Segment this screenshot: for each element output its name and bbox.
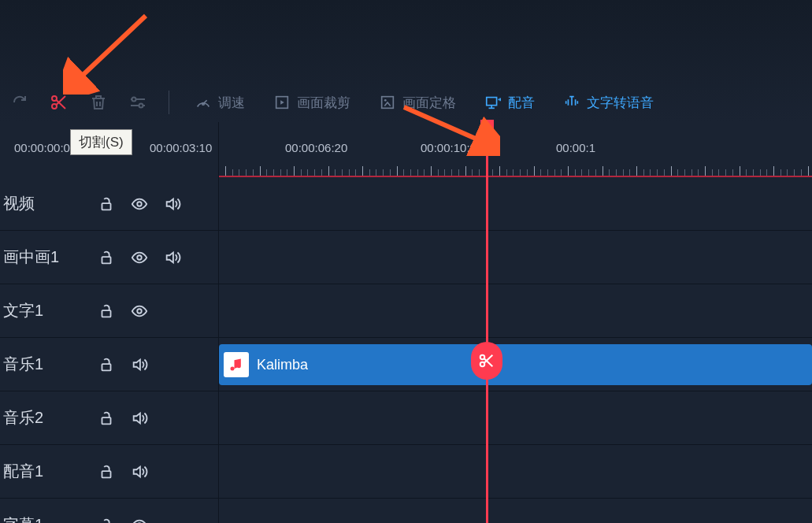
track-name: 配音1 bbox=[3, 461, 90, 482]
svg-rect-17 bbox=[102, 364, 111, 370]
timeline-track-row[interactable] bbox=[219, 391, 812, 445]
audio-clip[interactable]: Kalimba bbox=[219, 344, 812, 385]
track-label-row: 画中画1 bbox=[0, 231, 218, 284]
crop-button[interactable]: 画面裁剪 bbox=[259, 84, 365, 121]
track-name: 音乐1 bbox=[3, 354, 90, 375]
timeline-track-row[interactable] bbox=[219, 499, 812, 523]
sound-icon[interactable] bbox=[156, 241, 189, 274]
svg-rect-11 bbox=[102, 203, 111, 210]
timeline-body: 00:00:00:0000:00:03:1000:00:06:2000:00:1… bbox=[0, 122, 812, 523]
delete-button[interactable] bbox=[79, 84, 118, 121]
eye-icon[interactable] bbox=[123, 295, 156, 328]
tts-button[interactable]: 文字转语音 bbox=[549, 84, 668, 121]
cut-button[interactable] bbox=[39, 84, 79, 121]
svg-rect-13 bbox=[102, 257, 111, 263]
svg-rect-19 bbox=[102, 471, 111, 477]
timeline-track-row[interactable] bbox=[219, 177, 812, 231]
timeline-ruler[interactable] bbox=[219, 122, 812, 177]
eye-icon[interactable] bbox=[123, 187, 156, 221]
svg-point-0 bbox=[52, 96, 57, 101]
svg-point-1 bbox=[52, 104, 57, 109]
music-note-icon bbox=[224, 352, 249, 377]
crop-label: 画面裁剪 bbox=[297, 94, 350, 112]
voiceover-button[interactable]: 配音 bbox=[470, 84, 549, 121]
clip-title: Kalimba bbox=[257, 357, 308, 373]
track-label-row: 文字1 bbox=[0, 284, 218, 338]
freeze-label: 画面定格 bbox=[402, 94, 456, 112]
svg-point-23 bbox=[480, 362, 485, 367]
track-name: 文字1 bbox=[3, 300, 90, 321]
svg-point-2 bbox=[132, 98, 136, 102]
redo-button[interactable] bbox=[0, 84, 39, 121]
ruler-ticks bbox=[219, 166, 812, 176]
cut-tooltip: 切割(S) bbox=[70, 129, 132, 155]
cut-marker[interactable] bbox=[471, 342, 502, 380]
track-labels-panel: 00:00:00:0000:00:03:1000:00:06:2000:00:1… bbox=[0, 122, 219, 523]
timeline-track-row[interactable] bbox=[219, 284, 812, 338]
speed-button[interactable]: 调速 bbox=[180, 84, 259, 121]
timeline-track-row[interactable]: Kalimba bbox=[219, 338, 812, 391]
toolbar-divider bbox=[169, 91, 169, 114]
lock-icon[interactable] bbox=[90, 187, 123, 221]
lock-icon[interactable] bbox=[90, 509, 123, 524]
svg-rect-15 bbox=[102, 310, 111, 317]
eye-icon[interactable] bbox=[123, 509, 156, 524]
track-label-row: 音乐2 bbox=[0, 391, 218, 445]
svg-point-12 bbox=[137, 202, 142, 206]
timeline-track-row[interactable] bbox=[219, 445, 812, 499]
ruler-tick-label: 00:00:03:10 bbox=[150, 141, 212, 154]
sound-icon[interactable] bbox=[123, 455, 156, 488]
svg-point-3 bbox=[139, 104, 143, 108]
track-name: 视频 bbox=[3, 193, 90, 214]
track-name: 字幕1 bbox=[3, 514, 90, 523]
speed-label: 调速 bbox=[218, 94, 245, 112]
settings-sliders-button[interactable] bbox=[118, 84, 158, 121]
track-name: 音乐2 bbox=[3, 407, 90, 428]
lock-icon[interactable] bbox=[90, 348, 123, 381]
tts-label: 文字转语音 bbox=[587, 94, 654, 112]
svg-point-16 bbox=[137, 309, 142, 313]
track-label-row: 字幕1 bbox=[0, 499, 218, 523]
lock-icon[interactable] bbox=[90, 295, 123, 328]
svg-point-22 bbox=[480, 355, 485, 360]
sound-icon[interactable] bbox=[123, 348, 156, 381]
track-label-row: 配音1 bbox=[0, 445, 218, 499]
ruler-tick-label: 00:00:00:00 bbox=[14, 141, 76, 154]
voiceover-label: 配音 bbox=[508, 94, 535, 112]
lock-icon[interactable] bbox=[90, 241, 123, 274]
timeline-area[interactable]: Kalimba bbox=[219, 122, 812, 523]
svg-rect-8 bbox=[487, 98, 497, 106]
sound-icon[interactable] bbox=[123, 402, 156, 435]
svg-rect-18 bbox=[102, 417, 111, 424]
freeze-frame-button[interactable]: 画面定格 bbox=[365, 84, 470, 121]
track-label-row: 音乐1 bbox=[0, 338, 218, 391]
timeline-track-row[interactable] bbox=[219, 231, 812, 284]
lock-icon[interactable] bbox=[90, 402, 123, 435]
svg-point-14 bbox=[137, 255, 142, 260]
lock-icon[interactable] bbox=[90, 455, 123, 488]
svg-point-7 bbox=[384, 99, 387, 102]
track-name: 画中画1 bbox=[3, 247, 90, 268]
toolbar: 调速 画面裁剪 画面定格 配音 文字转语音 bbox=[0, 0, 812, 122]
sound-icon[interactable] bbox=[156, 187, 189, 221]
eye-icon[interactable] bbox=[123, 241, 156, 274]
track-label-row: 视频 bbox=[0, 177, 218, 231]
